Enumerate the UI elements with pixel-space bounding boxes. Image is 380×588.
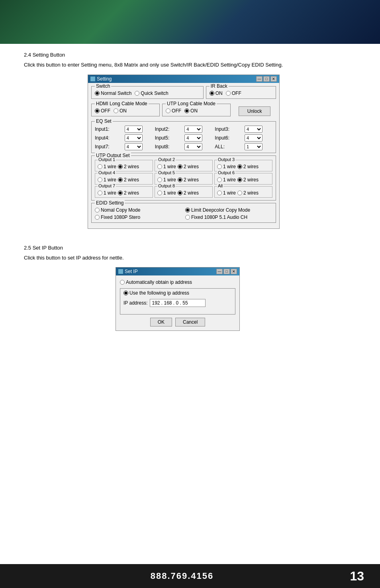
setip-ok-button[interactable]: OK [150, 318, 172, 326]
edid-nomal-label[interactable]: Nomal Copy Mode [95, 207, 182, 213]
output-6-wire1-radio[interactable] [217, 177, 222, 182]
hdmi-on-text: ON [119, 108, 127, 114]
output-8-wire2-label[interactable]: 2 wires [178, 190, 199, 196]
output-3-wire2-radio[interactable] [237, 164, 242, 169]
output-8-wire1-radio[interactable] [157, 191, 162, 195]
setip-restore-button[interactable]: □ [223, 269, 230, 274]
manual-ip-group: Use the following ip address IP address: [120, 288, 235, 315]
normal-switch-label[interactable]: Normal Switch [95, 90, 131, 96]
output-2-wire1-radio[interactable] [157, 164, 162, 169]
auto-ip-radio[interactable] [120, 280, 125, 285]
output-6-wire1-label[interactable]: 1 wire [217, 177, 236, 183]
output-2-wire2-label[interactable]: 2 wires [178, 164, 199, 169]
output-3-wire1-radio[interactable] [217, 164, 222, 169]
setting-dialog-titlebar: Setting — □ ✕ [88, 75, 279, 83]
output-5-wire2-label[interactable]: 2 wires [178, 177, 199, 183]
output-5-wire1-label[interactable]: 1 wire [157, 177, 176, 183]
minimize-button[interactable]: — [256, 76, 262, 82]
output-all-wire2-label[interactable]: 2 wires [237, 190, 259, 196]
eq-input6-select[interactable]: 41235 [245, 134, 262, 142]
edid-fixed1080p51-radio[interactable] [185, 215, 190, 220]
output-all-group: All 1 wire 2 wires [214, 186, 272, 198]
close-button[interactable]: ✕ [270, 76, 277, 82]
eq-input3-select[interactable]: 41235 [245, 126, 262, 133]
output-5-legend: Output 5 [157, 170, 176, 175]
quick-switch-radio[interactable] [135, 91, 139, 96]
normal-switch-radio[interactable] [95, 91, 100, 96]
eq-input5-select[interactable]: 41235 [184, 134, 202, 142]
quick-switch-label[interactable]: Quick Switch [135, 90, 168, 96]
eq-input8-select[interactable]: 41235 [184, 143, 202, 150]
edid-nomal-radio[interactable] [95, 208, 100, 212]
eq-input1-select[interactable]: 41235 [125, 126, 143, 133]
setip-cancel-button[interactable]: Cancel [175, 318, 205, 326]
ir-on-label[interactable]: ON [210, 90, 223, 96]
output-1-wire1-radio[interactable] [98, 164, 102, 169]
output-4-wire2-radio[interactable] [118, 177, 123, 182]
output-7-wire2-radio[interactable] [118, 191, 123, 195]
output-2-wire1-label[interactable]: 1 wire [157, 164, 176, 169]
utp-long-off-label[interactable]: OFF [166, 108, 181, 114]
output-4-wire1-radio[interactable] [98, 177, 102, 182]
output-7-wire1-radio[interactable] [98, 191, 102, 195]
ir-off-radio[interactable] [226, 91, 231, 96]
ir-off-label[interactable]: OFF [226, 90, 241, 96]
hdmi-off-radio[interactable] [95, 108, 100, 113]
hdmi-off-label[interactable]: OFF [95, 108, 110, 114]
output-all-wire1-label[interactable]: 1 wire [217, 190, 236, 196]
switch-group: Switch Normal Switch Quick Switch [91, 86, 204, 99]
output-4-wire2-label[interactable]: 2 wires [118, 177, 139, 183]
output-2-group: Output 2 1 wire 2 wires [155, 160, 213, 171]
output-4-wire1-label[interactable]: 1 wire [98, 177, 116, 183]
manual-ip-radio[interactable] [123, 291, 128, 295]
output-6-wire2-label[interactable]: 2 wires [237, 177, 259, 183]
ip-address-label: IP address: [123, 300, 147, 306]
ip-address-input[interactable] [150, 299, 206, 307]
hdmi-on-label[interactable]: ON [114, 108, 127, 114]
auto-ip-label[interactable]: Automatically obtain ip address [120, 279, 192, 285]
hdmi-off-text: OFF [101, 108, 110, 114]
eq-input2-select[interactable]: 41235 [184, 126, 202, 133]
edid-fixed1080p-radio[interactable] [95, 215, 100, 220]
manual-ip-label[interactable]: Use the following ip address [123, 290, 189, 296]
utp-long-on-radio[interactable] [184, 108, 189, 113]
edid-limit-radio[interactable] [185, 208, 190, 212]
output-8-wire2-radio[interactable] [178, 191, 182, 195]
restore-button[interactable]: □ [263, 76, 270, 82]
setip-close-button[interactable]: ✕ [231, 269, 237, 274]
output-all-wire1-radio[interactable] [217, 191, 222, 195]
eq-input7-select[interactable]: 41235 [125, 143, 143, 150]
auto-ip-text: Automatically obtain ip address [126, 279, 192, 285]
edid-fixed1080p51-label[interactable]: Fixed 1080P 5.1 Audio CH [185, 214, 272, 220]
output-3-wire1-label[interactable]: 1 wire [217, 164, 236, 169]
output-3-row: 1 wire 2 wires [217, 164, 270, 169]
output-3-wire2-label[interactable]: 2 wires [237, 164, 259, 169]
unlock-button[interactable]: Unlock [239, 106, 270, 116]
auto-ip-row: Automatically obtain ip address [120, 279, 235, 285]
setip-dialog-icon [118, 269, 123, 274]
ir-on-radio[interactable] [210, 91, 214, 96]
output-1-wire2-radio[interactable] [118, 164, 123, 169]
utp-long-on-label[interactable]: ON [184, 108, 198, 114]
eq-all-select[interactable]: 12345 [245, 143, 262, 150]
eq-input7-label: Input7: [95, 144, 122, 149]
output-5-wire2-radio[interactable] [178, 177, 182, 182]
output-1-wire2-label[interactable]: 2 wires [118, 164, 139, 169]
setting-dialog: Setting — □ ✕ Switch Norm [88, 75, 280, 229]
output-all-wire2-radio[interactable] [237, 191, 242, 195]
output-6-wire2-radio[interactable] [237, 177, 242, 182]
output-7-wire1-label[interactable]: 1 wire [98, 190, 116, 196]
hdmi-on-radio[interactable] [114, 108, 118, 113]
edid-fixed1080p-label[interactable]: Fixed 1080P Stero [95, 214, 182, 220]
eq-input4-select[interactable]: 41235 [125, 134, 143, 142]
edid-limit-label[interactable]: Limit Deepcolor Copy Mode [185, 207, 272, 213]
output-5-wire1-radio[interactable] [157, 177, 162, 182]
output-1-wire1-label[interactable]: 1 wire [98, 164, 116, 169]
setip-minimize-button[interactable]: — [216, 269, 223, 274]
output-8-wire1-label[interactable]: 1 wire [157, 190, 176, 196]
output-7-wire2-label[interactable]: 2 wires [118, 190, 139, 196]
output-5-wire1-text: 1 wire [163, 177, 176, 183]
utp-long-off-radio[interactable] [166, 108, 170, 113]
output-2-wire2-radio[interactable] [178, 164, 182, 169]
utp-long-on-text: ON [190, 108, 198, 114]
